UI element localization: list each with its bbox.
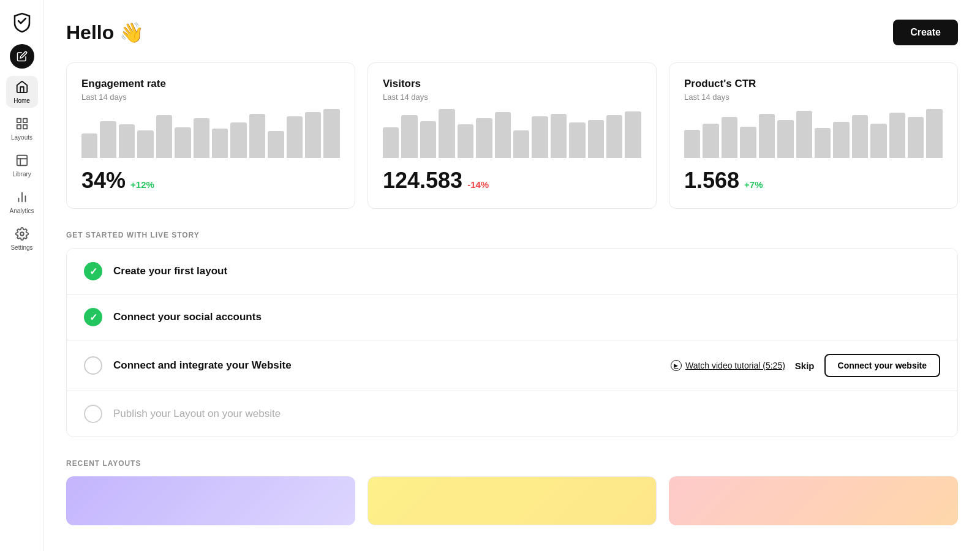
stat-card-visitors: Visitors Last 14 days 124.583 -14% <box>368 62 657 209</box>
main-content: Hello 👋 Create Engagement rate Last 14 d… <box>44 0 980 551</box>
bar <box>625 111 641 158</box>
layout-card-2[interactable] <box>368 476 657 525</box>
bar <box>100 121 116 158</box>
bar <box>420 121 436 158</box>
stat-title-visitors: Visitors <box>383 78 641 90</box>
stat-subtitle-ctr: Last 14 days <box>684 92 943 102</box>
checklist-label-publish: Publish your Layout on your website <box>113 408 940 420</box>
bar <box>684 130 700 158</box>
bar <box>287 116 303 158</box>
page-title: Hello 👋 <box>66 21 144 44</box>
check-circle-layout: ✓ <box>84 262 102 280</box>
bar-chart-engagement <box>81 109 340 158</box>
bar <box>513 130 529 158</box>
bar <box>777 120 793 158</box>
bar <box>212 129 228 158</box>
bar <box>926 109 942 158</box>
svg-rect-4 <box>17 155 27 165</box>
bar <box>833 122 849 158</box>
layouts-icon <box>15 117 29 132</box>
skip-button[interactable]: Skip <box>795 361 815 371</box>
sidebar-item-home[interactable]: Home <box>6 76 38 108</box>
stat-value-visitors: 124.583 -14% <box>383 168 641 193</box>
bar <box>815 128 831 158</box>
bar <box>230 122 246 158</box>
svg-rect-3 <box>23 124 26 128</box>
bar <box>323 109 339 158</box>
svg-rect-2 <box>17 124 20 128</box>
bar <box>495 112 511 158</box>
stat-subtitle-engagement: Last 14 days <box>81 92 340 102</box>
bar <box>852 115 868 158</box>
bar <box>383 127 399 158</box>
svg-rect-0 <box>17 118 20 122</box>
checklist-item-layout: ✓ Create your first layout <box>67 249 957 294</box>
checklist-label-layout: Create your first layout <box>113 265 940 277</box>
watch-tutorial-link[interactable]: ▶ Watch video tutorial (5:25) <box>671 360 785 371</box>
bar <box>532 116 548 158</box>
bar <box>305 112 321 158</box>
stat-card-engagement: Engagement rate Last 14 days 34% +12% <box>66 62 355 209</box>
create-button[interactable]: Create <box>893 20 958 45</box>
sidebar-item-library[interactable]: Library <box>6 149 38 181</box>
checklist-item-website: Connect and integrate your Website ▶ Wat… <box>67 340 957 391</box>
analytics-icon <box>15 190 29 206</box>
layout-card-3[interactable] <box>669 476 958 525</box>
sidebar-item-analytics[interactable]: Analytics <box>6 186 38 218</box>
bar <box>81 133 97 158</box>
check-icon-layout: ✓ <box>89 266 97 277</box>
library-icon <box>15 154 29 169</box>
svg-rect-1 <box>23 118 26 122</box>
bar <box>759 114 775 158</box>
connect-website-button[interactable]: Connect your website <box>824 354 940 377</box>
bar-chart-ctr <box>684 109 943 158</box>
sidebar-item-layouts-label: Layouts <box>11 134 32 141</box>
bar <box>458 124 473 158</box>
bar <box>569 122 585 158</box>
recent-layouts-grid <box>66 476 958 525</box>
recent-layouts-title: RECENT LAYOUTS <box>66 459 958 468</box>
bar <box>740 127 756 158</box>
bar <box>870 124 886 158</box>
check-circle-publish <box>84 405 102 423</box>
sidebar-item-settings-label: Settings <box>10 244 32 251</box>
stat-change-visitors: -14% <box>467 179 489 190</box>
checklist-item-publish: Publish your Layout on your website <box>67 391 957 437</box>
getting-started-title: GET STARTED WITH LIVE STORY <box>66 231 958 239</box>
app-logo <box>10 10 34 34</box>
layout-card-1[interactable] <box>66 476 355 525</box>
checklist-item-social: ✓ Connect your social accounts <box>67 294 957 340</box>
sidebar-item-home-label: Home <box>13 97 30 104</box>
stat-title-engagement: Engagement rate <box>81 78 340 90</box>
stat-change-engagement: +12% <box>130 179 154 190</box>
sidebar-item-library-label: Library <box>12 171 31 178</box>
stat-title-ctr: Product's CTR <box>684 78 943 90</box>
check-circle-social: ✓ <box>84 308 102 326</box>
svg-point-10 <box>20 232 24 236</box>
bar <box>889 113 905 158</box>
bar <box>703 124 718 158</box>
checklist-label-website: Connect and integrate your Website <box>113 359 660 372</box>
sidebar-item-layouts[interactable]: Layouts <box>6 113 38 144</box>
settings-icon <box>15 227 29 242</box>
stat-card-ctr: Product's CTR Last 14 days 1.568 +7% <box>669 62 958 209</box>
page-header: Hello 👋 Create <box>66 20 958 45</box>
sidebar: Home Layouts Library An <box>0 0 44 551</box>
check-icon-social: ✓ <box>89 312 97 323</box>
checklist: ✓ Create your first layout ✓ Connect you… <box>66 248 958 437</box>
bar <box>439 109 454 158</box>
check-circle-website <box>84 356 102 375</box>
bar <box>606 115 622 158</box>
edit-button[interactable] <box>10 44 34 69</box>
bar-chart-visitors <box>383 109 641 158</box>
checklist-actions-website: ▶ Watch video tutorial (5:25) Skip Conne… <box>671 354 940 377</box>
bar <box>401 115 417 158</box>
stats-grid: Engagement rate Last 14 days 34% +12% Vi… <box>66 62 958 209</box>
checklist-label-social: Connect your social accounts <box>113 311 940 323</box>
bar <box>588 120 604 158</box>
bar <box>137 130 153 158</box>
bar <box>551 114 567 158</box>
bar <box>722 117 737 158</box>
home-icon <box>15 80 29 96</box>
sidebar-item-settings[interactable]: Settings <box>6 223 38 255</box>
